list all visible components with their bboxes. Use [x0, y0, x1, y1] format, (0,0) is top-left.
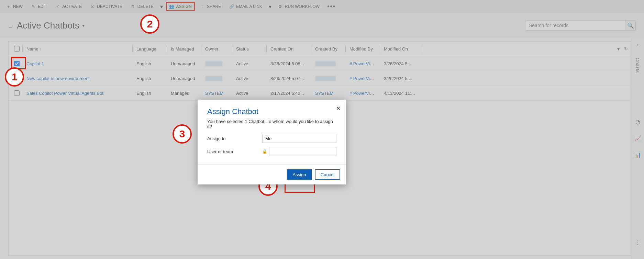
cell-owner: SYSTEM [201, 86, 232, 101]
cell-owner: .... [201, 56, 232, 71]
edit-button[interactable]: ✎EDIT [27, 2, 51, 11]
annotation-1: 1 [5, 67, 24, 87]
lock-icon: 🔒 [262, 149, 267, 154]
search-button[interactable]: 🔍 [625, 20, 636, 31]
cell-language: English [132, 71, 167, 86]
cell-status: Active [232, 71, 266, 86]
deactivate-icon: ☒ [90, 4, 95, 9]
more-commands-button[interactable]: ••• [324, 3, 338, 10]
new-button[interactable]: ＋NEW [3, 2, 26, 11]
filter-icon[interactable]: ▼ [616, 46, 621, 52]
check-icon: ✓ [55, 4, 60, 9]
search-icon: 🔍 [627, 22, 634, 29]
dialog-close-button[interactable]: ✕ [336, 105, 341, 112]
cell-created-on: 2/17/2024 5:42 AM [266, 86, 311, 101]
cell-created-on: 3/26/2024 5:07 AM [266, 71, 311, 86]
assign-to-field[interactable] [262, 134, 336, 143]
chevron-left-icon[interactable]: ‹ [637, 42, 639, 48]
cell-is-managed: Unmanaged [167, 56, 201, 71]
trash-icon: 🗑 [131, 4, 135, 9]
line-chart-icon[interactable]: 📈 [634, 135, 641, 142]
more-vert-icon[interactable]: ⋮ [634, 239, 641, 246]
pin-icon[interactable]: ⊐ [8, 22, 13, 29]
record-link[interactable]: Sales Copilot Power Virtual Agents Bot [26, 91, 103, 96]
cell-modified-by: # PowerVirtu... [345, 56, 380, 71]
table-row[interactable]: New copilot in new environmentEnglishUnm… [9, 71, 631, 86]
col-is-managed[interactable]: Is Managed [167, 42, 201, 56]
link-icon: 🔗 [229, 4, 234, 9]
cell-is-managed: Managed [167, 86, 201, 101]
activate-button[interactable]: ✓ACTIVATE [52, 2, 85, 11]
search-input[interactable] [526, 20, 625, 31]
sort-asc-icon: ↑ [40, 47, 42, 51]
record-link[interactable]: Copilot 1 [26, 61, 44, 66]
pencil-icon: ✎ [31, 4, 36, 9]
assign-dialog: ✕ Assign Chatbot You have selected 1 Cha… [198, 100, 346, 184]
col-owner[interactable]: Owner [201, 42, 232, 56]
select-all-checkbox[interactable] [14, 46, 20, 52]
assign-button[interactable]: 👥ASSIGN [166, 2, 195, 11]
dialog-cancel-button[interactable]: Cancel [315, 169, 340, 180]
cell-status: Active [232, 56, 266, 71]
cell-created-by: .... [311, 71, 345, 86]
view-header: ⊐ Active Chatbots ▾ 🔍 [0, 13, 644, 38]
col-created-by[interactable]: Created By [311, 42, 345, 56]
run-workflow-button[interactable]: ⚙RUN WORKFLOW [275, 2, 323, 11]
table-row[interactable]: Sales Copilot Power Virtual Agents BotEn… [9, 86, 631, 101]
row-checkbox[interactable] [14, 61, 20, 66]
cell-created-by: SYSTEM [311, 86, 345, 101]
email-link-button[interactable]: 🔗EMAIL A LINK [226, 2, 266, 11]
user-team-field[interactable] [269, 147, 336, 156]
annotation-3: 3 [173, 124, 192, 144]
delete-dropdown[interactable]: ▾ [158, 3, 165, 10]
delete-button[interactable]: 🗑DELETE [127, 2, 157, 11]
share-button[interactable]: ⚬SHARE [197, 2, 224, 11]
assign-to-label: Assign to [207, 136, 262, 141]
col-modified-on[interactable]: Modified On [380, 42, 421, 56]
plus-icon: ＋ [6, 4, 11, 9]
cell-is-managed: Unmanaged [167, 71, 201, 86]
share-icon: ⚬ [200, 4, 205, 9]
cell-status: Active [232, 86, 266, 101]
cell-modified-by: # PowerVirtu... [345, 86, 380, 101]
command-bar: ＋NEW ✎EDIT ✓ACTIVATE ☒DEACTIVATE 🗑DELETE… [0, 0, 644, 13]
table-row[interactable]: Copilot 1EnglishUnmanaged....Active3/26/… [9, 56, 631, 71]
gear-play-icon: ⚙ [278, 4, 283, 9]
cell-modified-on: 4/13/2024 11:... [380, 86, 421, 101]
cell-created-by: .... [311, 56, 345, 71]
col-language[interactable]: Language [132, 42, 167, 56]
row-checkbox[interactable] [14, 90, 20, 96]
user-team-label: User or team [207, 149, 262, 154]
cell-modified-on: 3/26/2024 5:... [380, 71, 421, 86]
col-name[interactable]: Name↑ [22, 42, 132, 56]
record-link[interactable]: New copilot in new environment [26, 76, 90, 81]
pie-chart-icon[interactable]: ◔ [634, 118, 641, 125]
col-created-on[interactable]: Created On [266, 42, 311, 56]
annotation-2: 2 [140, 14, 159, 34]
view-title[interactable]: Active Chatbots [17, 20, 79, 31]
cell-created-on: 3/26/2024 5:08 AM [266, 56, 311, 71]
cell-modified-on: 3/26/2024 5:... [380, 56, 421, 71]
email-link-dropdown[interactable]: ▾ [267, 3, 273, 10]
dialog-subtitle: You have selected 1 Chatbot. To whom wou… [207, 119, 336, 129]
cell-language: English [132, 86, 167, 101]
col-status[interactable]: Status [232, 42, 266, 56]
cell-modified-by: # PowerVirtu... [345, 71, 380, 86]
cell-owner: .... [201, 71, 232, 86]
bar-chart-icon[interactable]: 📊 [634, 151, 641, 158]
dialog-assign-button[interactable]: Assign [287, 169, 312, 180]
charts-rail: ‹ Charts ◔ 📈 📊 ⋮ [631, 38, 644, 259]
dialog-title: Assign Chatbot [207, 107, 336, 116]
assign-icon: 👥 [169, 4, 174, 9]
refresh-icon[interactable]: ↻ [624, 46, 628, 52]
view-dropdown[interactable]: ▾ [82, 23, 85, 28]
cell-language: English [132, 56, 167, 71]
charts-label[interactable]: Charts [635, 58, 640, 73]
deactivate-button[interactable]: ☒DEACTIVATE [87, 2, 126, 11]
col-modified-by[interactable]: Modified By [345, 42, 380, 56]
